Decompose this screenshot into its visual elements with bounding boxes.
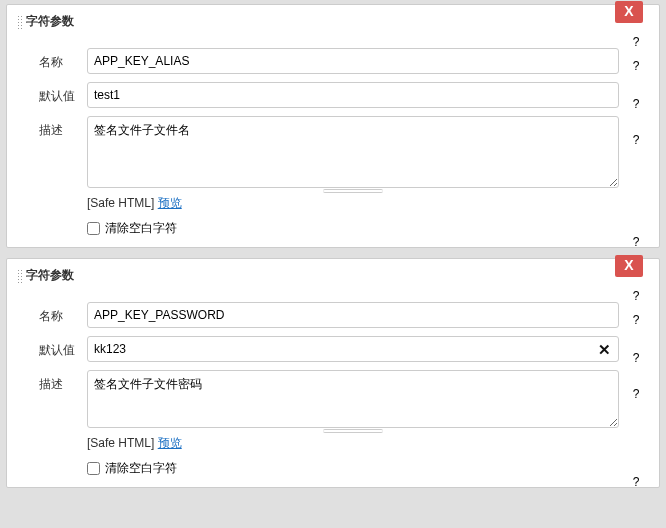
name-label: 名称 [39, 302, 87, 325]
close-icon[interactable]: X [615, 1, 643, 23]
default-field[interactable] [87, 82, 619, 108]
help-icon-section[interactable]: ? [627, 289, 645, 303]
preview-link[interactable]: 预览 [158, 196, 182, 210]
trim-checkbox[interactable] [87, 462, 100, 475]
section-title: 字符参数 [26, 13, 74, 30]
safe-html-label: [Safe HTML] [87, 196, 154, 210]
desc-label: 描述 [39, 370, 87, 393]
clear-icon[interactable]: ✕ [598, 341, 611, 359]
help-icon-name[interactable]: ? [627, 313, 645, 327]
name-field[interactable] [87, 302, 619, 328]
help-icon-trim[interactable]: ? [627, 475, 645, 489]
drag-handle-icon[interactable] [17, 15, 24, 29]
help-icon-desc[interactable]: ? [627, 387, 645, 401]
param-block-0: X ? ? ? ? ? 字符参数 名称 默认值 描述 [Safe HTML] 预… [6, 4, 660, 248]
name-label: 名称 [39, 48, 87, 71]
param-block-1: X ? ? ? ? ? 字符参数 名称 默认值 ✕ 描述 [Safe HTML]… [6, 258, 660, 488]
desc-label: 描述 [39, 116, 87, 139]
trim-checkbox[interactable] [87, 222, 100, 235]
preview-link[interactable]: 预览 [158, 436, 182, 450]
help-icon-name[interactable]: ? [627, 59, 645, 73]
close-icon[interactable]: X [615, 255, 643, 277]
help-icon-section[interactable]: ? [627, 35, 645, 49]
section-title: 字符参数 [26, 267, 74, 284]
trim-label: 清除空白字符 [105, 460, 177, 477]
name-field[interactable] [87, 48, 619, 74]
desc-field[interactable] [87, 370, 619, 428]
default-field[interactable] [87, 336, 619, 362]
trim-label: 清除空白字符 [105, 220, 177, 237]
drag-handle-icon[interactable] [17, 269, 24, 283]
resize-handle-icon[interactable] [323, 429, 383, 433]
resize-handle-icon[interactable] [323, 189, 383, 193]
desc-field[interactable] [87, 116, 619, 188]
safe-html-label: [Safe HTML] [87, 436, 154, 450]
help-icon-default[interactable]: ? [627, 351, 645, 365]
default-label: 默认值 [39, 336, 87, 359]
help-icon-default[interactable]: ? [627, 97, 645, 111]
default-label: 默认值 [39, 82, 87, 105]
help-icon-trim[interactable]: ? [627, 235, 645, 249]
help-icon-desc[interactable]: ? [627, 133, 645, 147]
